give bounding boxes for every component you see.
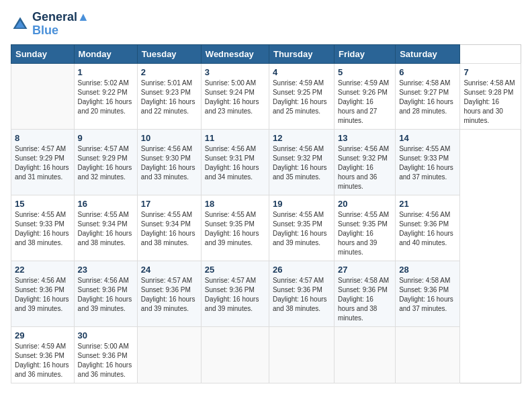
weekday-header-wednesday: Wednesday: [201, 44, 269, 63]
day-number: 8: [15, 133, 71, 143]
day-info: Sunrise: 4:56 AMSunset: 9:32 PMDaylight:…: [273, 145, 327, 181]
day-number: 10: [141, 133, 197, 143]
day-info: Sunrise: 4:55 AMSunset: 9:33 PMDaylight:…: [15, 211, 69, 246]
calendar-day-cell: 26 Sunrise: 4:57 AMSunset: 9:36 PMDaylig…: [269, 261, 334, 326]
calendar-day-cell: 24 Sunrise: 4:57 AMSunset: 9:36 PMDaylig…: [137, 261, 201, 326]
day-info: Sunrise: 4:57 AMSunset: 9:36 PMDaylight:…: [273, 277, 327, 312]
calendar-day-cell: 19 Sunrise: 4:55 AMSunset: 9:35 PMDaylig…: [269, 195, 334, 261]
day-number: 22: [15, 265, 71, 275]
calendar-day-cell: [334, 326, 395, 383]
page-header: General▲ Blue: [11, 11, 521, 38]
calendar-day-cell: 11 Sunrise: 4:56 AMSunset: 9:31 PMDaylig…: [201, 129, 269, 195]
calendar-day-cell: 1 Sunrise: 5:02 AMSunset: 9:22 PMDayligh…: [74, 63, 137, 129]
day-number: 21: [399, 199, 456, 209]
calendar-day-cell: 18 Sunrise: 4:55 AMSunset: 9:35 PMDaylig…: [201, 195, 269, 261]
day-number: 17: [141, 199, 197, 209]
day-number: 19: [273, 199, 330, 209]
weekday-header-tuesday: Tuesday: [137, 44, 201, 63]
calendar-day-cell: [396, 326, 460, 383]
day-info: Sunrise: 4:59 AMSunset: 9:25 PMDaylight:…: [273, 79, 327, 115]
logo: General▲ Blue: [11, 11, 89, 38]
day-info: Sunrise: 5:00 AMSunset: 9:24 PMDaylight:…: [205, 79, 259, 115]
day-number: 24: [141, 265, 197, 275]
day-number: 30: [78, 330, 134, 340]
day-number: 11: [205, 133, 265, 143]
weekday-header-monday: Monday: [74, 44, 137, 63]
day-number: 15: [15, 199, 71, 209]
calendar-day-cell: 22 Sunrise: 4:56 AMSunset: 9:36 PMDaylig…: [11, 261, 75, 326]
calendar-day-cell: 7 Sunrise: 4:58 AMSunset: 9:28 PMDayligh…: [460, 63, 521, 129]
calendar-day-cell: [201, 326, 269, 383]
calendar-empty-cell: [11, 63, 75, 129]
weekday-header-saturday: Saturday: [396, 44, 460, 63]
day-number: 25: [205, 265, 265, 275]
calendar-day-cell: 14 Sunrise: 4:55 AMSunset: 9:33 PMDaylig…: [396, 129, 460, 195]
day-info: Sunrise: 4:57 AMSunset: 9:36 PMDaylight:…: [141, 277, 195, 312]
day-info: Sunrise: 4:56 AMSunset: 9:32 PMDaylight:…: [338, 145, 389, 190]
day-number: 4: [273, 67, 330, 77]
day-number: 20: [338, 199, 392, 209]
calendar-day-cell: 3 Sunrise: 5:00 AMSunset: 9:24 PMDayligh…: [201, 63, 269, 129]
calendar-week-5: 29 Sunrise: 4:59 AMSunset: 9:36 PMDaylig…: [11, 326, 521, 383]
day-number: 27: [338, 265, 392, 275]
day-info: Sunrise: 4:56 AMSunset: 9:31 PMDaylight:…: [205, 145, 259, 181]
calendar-day-cell: 28 Sunrise: 4:58 AMSunset: 9:36 PMDaylig…: [396, 261, 460, 326]
day-info: Sunrise: 5:01 AMSunset: 9:23 PMDaylight:…: [141, 79, 195, 115]
weekday-header-friday: Friday: [334, 44, 395, 63]
day-number: 29: [15, 330, 71, 340]
day-info: Sunrise: 4:57 AMSunset: 9:29 PMDaylight:…: [15, 145, 69, 181]
calendar-day-cell: 6 Sunrise: 4:58 AMSunset: 9:27 PMDayligh…: [396, 63, 460, 129]
day-info: Sunrise: 4:55 AMSunset: 9:35 PMDaylight:…: [205, 211, 259, 246]
day-number: 5: [338, 67, 392, 77]
calendar-day-cell: 12 Sunrise: 4:56 AMSunset: 9:32 PMDaylig…: [269, 129, 334, 195]
day-info: Sunrise: 4:55 AMSunset: 9:34 PMDaylight:…: [141, 211, 195, 246]
day-number: 16: [78, 199, 134, 209]
calendar-week-4: 22 Sunrise: 4:56 AMSunset: 9:36 PMDaylig…: [11, 261, 521, 326]
day-info: Sunrise: 4:55 AMSunset: 9:34 PMDaylight:…: [78, 211, 132, 246]
day-number: 7: [463, 67, 517, 77]
day-info: Sunrise: 4:56 AMSunset: 9:36 PMDaylight:…: [15, 277, 69, 312]
day-info: Sunrise: 4:58 AMSunset: 9:36 PMDaylight:…: [399, 277, 453, 312]
day-number: 18: [205, 199, 265, 209]
day-info: Sunrise: 4:59 AMSunset: 9:26 PMDaylight:…: [338, 79, 389, 124]
day-number: 2: [141, 67, 197, 77]
day-info: Sunrise: 4:55 AMSunset: 9:35 PMDaylight:…: [338, 211, 389, 256]
day-number: 1: [78, 67, 134, 77]
day-info: Sunrise: 4:58 AMSunset: 9:27 PMDaylight:…: [399, 79, 453, 115]
calendar-day-cell: 16 Sunrise: 4:55 AMSunset: 9:34 PMDaylig…: [74, 195, 137, 261]
calendar-week-2: 8 Sunrise: 4:57 AMSunset: 9:29 PMDayligh…: [11, 129, 521, 195]
calendar-day-cell: 29 Sunrise: 4:59 AMSunset: 9:36 PMDaylig…: [11, 326, 75, 383]
logo-icon: [11, 15, 30, 34]
calendar-week-3: 15 Sunrise: 4:55 AMSunset: 9:33 PMDaylig…: [11, 195, 521, 261]
day-info: Sunrise: 4:58 AMSunset: 9:28 PMDaylight:…: [463, 79, 515, 124]
day-info: Sunrise: 4:57 AMSunset: 9:36 PMDaylight:…: [205, 277, 259, 312]
calendar-day-cell: 23 Sunrise: 4:56 AMSunset: 9:36 PMDaylig…: [74, 261, 137, 326]
calendar-day-cell: 2 Sunrise: 5:01 AMSunset: 9:23 PMDayligh…: [137, 63, 201, 129]
day-info: Sunrise: 4:56 AMSunset: 9:36 PMDaylight:…: [399, 211, 453, 246]
day-number: 13: [338, 133, 392, 143]
day-number: 23: [78, 265, 134, 275]
calendar-day-cell: 5 Sunrise: 4:59 AMSunset: 9:26 PMDayligh…: [334, 63, 395, 129]
calendar-day-cell: 17 Sunrise: 4:55 AMSunset: 9:34 PMDaylig…: [137, 195, 201, 261]
day-number: 3: [205, 67, 265, 77]
calendar-day-cell: 15 Sunrise: 4:55 AMSunset: 9:33 PMDaylig…: [11, 195, 75, 261]
calendar-day-cell: 8 Sunrise: 4:57 AMSunset: 9:29 PMDayligh…: [11, 129, 75, 195]
day-info: Sunrise: 4:56 AMSunset: 9:30 PMDaylight:…: [141, 145, 195, 181]
day-number: 26: [273, 265, 330, 275]
day-number: 9: [78, 133, 134, 143]
calendar-day-cell: [137, 326, 201, 383]
day-info: Sunrise: 4:57 AMSunset: 9:29 PMDaylight:…: [78, 145, 132, 181]
day-info: Sunrise: 4:56 AMSunset: 9:36 PMDaylight:…: [78, 277, 132, 312]
day-info: Sunrise: 4:59 AMSunset: 9:36 PMDaylight:…: [15, 342, 69, 378]
day-number: 14: [399, 133, 456, 143]
calendar-day-cell: [269, 326, 334, 383]
logo-text: General▲ Blue: [32, 11, 89, 38]
day-info: Sunrise: 5:02 AMSunset: 9:22 PMDaylight:…: [78, 79, 132, 115]
day-number: 6: [399, 67, 456, 77]
day-info: Sunrise: 4:55 AMSunset: 9:33 PMDaylight:…: [399, 145, 453, 181]
day-info: Sunrise: 4:58 AMSunset: 9:36 PMDaylight:…: [338, 277, 389, 322]
calendar-week-1: 1 Sunrise: 5:02 AMSunset: 9:22 PMDayligh…: [11, 63, 521, 129]
calendar-day-cell: 25 Sunrise: 4:57 AMSunset: 9:36 PMDaylig…: [201, 261, 269, 326]
calendar-day-cell: 13 Sunrise: 4:56 AMSunset: 9:32 PMDaylig…: [334, 129, 395, 195]
day-info: Sunrise: 4:55 AMSunset: 9:35 PMDaylight:…: [273, 211, 327, 246]
